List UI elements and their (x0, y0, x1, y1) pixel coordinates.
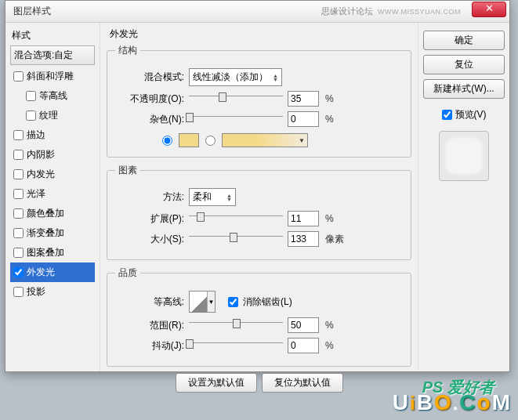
style-texture[interactable]: 纹理 (10, 106, 95, 125)
solid-color-radio[interactable] (162, 136, 172, 146)
gradient-swatch[interactable]: ▼ (222, 133, 308, 147)
range-slider[interactable] (189, 322, 283, 333)
structure-legend: 结构 (115, 44, 140, 57)
spread-label: 扩展(P): (115, 212, 184, 226)
style-texture-check[interactable] (26, 110, 36, 121)
blend-mode-label: 混合模式: (115, 71, 184, 84)
range-input[interactable] (288, 317, 319, 333)
new-style-button[interactable]: 新建样式(W)... (423, 79, 505, 99)
antialias-label: 消除锯齿(L) (243, 295, 292, 309)
opacity-input[interactable] (288, 91, 319, 107)
style-stroke-check[interactable] (13, 130, 24, 140)
style-stroke[interactable]: 描边 (10, 125, 95, 145)
blend-mode-dropdown[interactable]: 线性减淡（添加） ▲▼ (189, 68, 282, 86)
ok-button[interactable]: 确定 (423, 31, 505, 50)
style-satin[interactable]: 光泽 (10, 184, 95, 204)
opacity-slider[interactable] (189, 96, 283, 107)
style-drop-shadow-check[interactable] (13, 287, 24, 297)
style-inner-shadow[interactable]: 内阴影 (10, 145, 95, 165)
jitter-unit: % (325, 340, 334, 351)
brand-text: 思缘设计论坛 (321, 5, 373, 17)
titlebar: 图层样式 思缘设计论坛 WWW.MISSYUAN.COM ✕ (5, 1, 509, 23)
style-bevel[interactable]: 斜面和浮雕 (10, 67, 95, 86)
spread-unit: % (325, 213, 334, 224)
chevron-down-icon: ▼ (299, 137, 307, 144)
preview-thumbnail (439, 131, 489, 181)
preview-check[interactable] (442, 110, 452, 120)
range-label: 范围(R): (115, 319, 184, 332)
style-inner-shadow-check[interactable] (13, 150, 24, 160)
solid-color-swatch[interactable] (179, 133, 199, 147)
noise-slider[interactable] (189, 116, 283, 127)
style-contour-check[interactable] (26, 91, 36, 101)
technique-label: 方法: (115, 190, 184, 204)
style-inner-glow[interactable]: 内发光 (10, 165, 95, 184)
antialias-check[interactable] (228, 297, 238, 307)
noise-input[interactable] (288, 111, 319, 127)
style-outer-glow-check[interactable] (13, 267, 24, 277)
size-slider[interactable] (189, 236, 283, 247)
style-color-overlay[interactable]: 颜色叠加 (10, 204, 95, 223)
main-panel: 外发光 结构 混合模式: 线性减淡（添加） ▲▼ 不透明度(O): % (100, 23, 418, 371)
style-gradient-overlay-check[interactable] (13, 228, 24, 238)
watermark-uibo: UiBO.CoM (393, 390, 510, 415)
style-pattern-overlay[interactable]: 图案叠加 (10, 243, 95, 262)
window-title: 图层样式 (13, 5, 51, 18)
chevron-down-icon: ▼ (207, 291, 215, 312)
style-gradient-overlay[interactable]: 渐变叠加 (10, 223, 95, 243)
range-unit: % (325, 320, 334, 331)
style-contour[interactable]: 等高线 (10, 86, 95, 106)
style-bevel-check[interactable] (13, 71, 24, 81)
style-outer-glow[interactable]: 外发光 (10, 262, 95, 282)
style-inner-glow-check[interactable] (13, 169, 24, 179)
quality-legend: 品质 (115, 266, 140, 280)
layer-style-dialog: 图层样式 思缘设计论坛 WWW.MISSYUAN.COM ✕ 样式 混合选项:自… (5, 0, 510, 372)
titlebar-right: 思缘设计论坛 WWW.MISSYUAN.COM ✕ (321, 5, 506, 17)
cancel-button[interactable]: 复位 (423, 55, 505, 74)
contour-picker[interactable]: ▼ (189, 291, 216, 313)
style-pattern-overlay-check[interactable] (13, 248, 24, 258)
size-input[interactable] (288, 231, 319, 247)
structure-group: 结构 混合模式: 线性减淡（添加） ▲▼ 不透明度(O): % 杂色(N): (107, 44, 411, 158)
style-drop-shadow[interactable]: 投影 (10, 282, 95, 302)
reset-default-button[interactable]: 复位为默认值 (262, 373, 343, 393)
quality-group: 品质 等高线: ▼ 消除锯齿(L) 范围(R): % 抖动(J): (107, 266, 411, 367)
technique-dropdown[interactable]: 柔和 ▲▼ (189, 188, 236, 206)
noise-label: 杂色(N): (115, 113, 184, 126)
preview-label: 预览(V) (455, 108, 487, 121)
style-satin-check[interactable] (13, 189, 24, 199)
elements-group: 图素 方法: 柔和 ▲▼ 扩展(P): % 大小(S): (107, 164, 411, 260)
set-default-button[interactable]: 设置为默认值 (176, 373, 257, 393)
opacity-label: 不透明度(O): (115, 92, 184, 106)
jitter-label: 抖动(J): (115, 339, 184, 353)
size-unit: 像素 (325, 233, 344, 246)
right-panel: 确定 复位 新建样式(W)... 预览(V) (418, 23, 509, 371)
elements-legend: 图素 (115, 164, 140, 177)
dropdown-arrows-icon: ▲▼ (273, 74, 278, 81)
noise-unit: % (325, 114, 334, 125)
close-button[interactable]: ✕ (472, 2, 506, 17)
jitter-slider[interactable] (189, 342, 283, 353)
dropdown-arrows-icon: ▲▼ (226, 194, 232, 201)
sidebar-title: 样式 (10, 29, 95, 42)
spread-slider[interactable] (189, 215, 283, 226)
opacity-unit: % (325, 93, 334, 104)
blend-options-header[interactable]: 混合选项:自定 (10, 45, 95, 65)
gradient-radio[interactable] (205, 136, 216, 146)
panel-title: 外发光 (110, 27, 411, 41)
spread-input[interactable] (288, 211, 319, 226)
style-color-overlay-check[interactable] (13, 208, 24, 219)
size-label: 大小(S): (115, 233, 184, 246)
jitter-input[interactable] (288, 338, 319, 353)
styles-sidebar: 样式 混合选项:自定 斜面和浮雕 等高线 纹理 描边 内阴影 内发光 光泽 颜色… (5, 23, 100, 371)
brand-url: WWW.MISSYUAN.COM (378, 8, 461, 16)
contour-label: 等高线: (115, 295, 184, 309)
